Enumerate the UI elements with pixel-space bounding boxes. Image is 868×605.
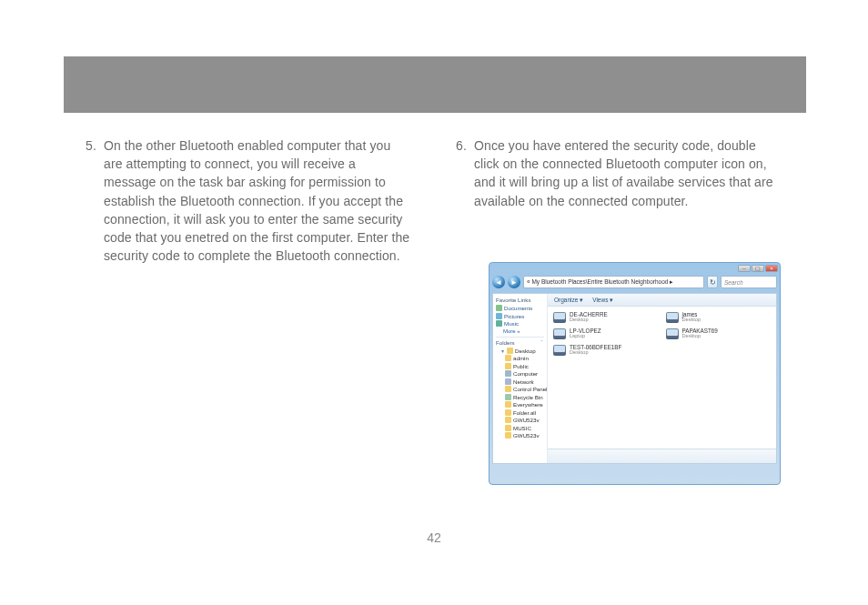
step-5: 5. On the other Bluetooth enabled comput… xyxy=(80,136,410,265)
tree-label: Network xyxy=(513,378,534,385)
device-type: Desktop xyxy=(682,334,718,339)
tree-label: admin xyxy=(513,355,529,361)
favorites-header: Favorite Links xyxy=(496,297,544,303)
maximize-button[interactable]: ▢ xyxy=(752,265,764,272)
folder-icon xyxy=(505,425,511,431)
tree-item[interactable]: Control Panel xyxy=(505,386,544,392)
music-icon xyxy=(496,320,502,327)
refresh-button[interactable]: ↻ xyxy=(707,276,718,288)
tree-item[interactable]: Recycle Bin xyxy=(505,394,544,400)
nav-forward-button[interactable]: ► xyxy=(508,276,520,288)
desktop-icon xyxy=(553,312,566,323)
folder-icon xyxy=(505,409,511,416)
folder-icon xyxy=(505,363,511,369)
tree-label: Recycle Bin xyxy=(513,394,543,400)
folder-icon xyxy=(505,432,511,439)
step-text: On the other Bluetooth enabled computer … xyxy=(104,136,410,265)
tree-item[interactable]: admin xyxy=(505,355,544,361)
desktop-icon xyxy=(553,345,566,356)
close-button[interactable]: × xyxy=(765,265,778,272)
chevron-down-icon: ˅ xyxy=(539,339,544,346)
tree-item[interactable]: GWU523v xyxy=(505,432,544,439)
folder-tree: ▾Desktop admin Public Computer Network C… xyxy=(496,348,544,439)
tree-item[interactable]: MUSIC xyxy=(505,425,544,431)
explorer-window: – ▢ × ◄ ► « My Bluetooth Places\Entire B… xyxy=(489,262,781,485)
step-text: Once you have entered the security code,… xyxy=(474,136,781,210)
favorite-label: Pictures xyxy=(504,313,524,319)
documents-icon xyxy=(496,305,502,311)
device-item[interactable]: DE-ACHERRE Desktop xyxy=(553,312,659,323)
folder-icon xyxy=(505,386,511,392)
device-item[interactable]: PAPAKAST69 Desktop xyxy=(666,328,772,339)
tree-item[interactable]: Folder.all xyxy=(505,409,544,416)
step-number: 5. xyxy=(80,136,104,265)
device-type: Desktop xyxy=(682,318,701,323)
status-bar xyxy=(548,449,776,463)
folders-header[interactable]: Folders ˅ xyxy=(496,337,544,346)
more-link[interactable]: More » xyxy=(503,328,544,334)
device-type: Laptop xyxy=(570,334,601,339)
folder-icon xyxy=(505,401,511,408)
device-grid: DE-ACHERRE Desktop james Desktop LP-VLOP… xyxy=(548,307,776,361)
window-body: Favorite Links Documents Pictures Music … xyxy=(492,293,777,464)
folder-icon xyxy=(507,348,513,354)
right-column: 6. Once you have entered the security co… xyxy=(450,136,781,265)
views-menu[interactable]: Views ▾ xyxy=(590,297,616,304)
tree-item[interactable]: Public xyxy=(505,363,544,369)
expand-icon: ▾ xyxy=(500,348,505,354)
content-columns: 5. On the other Bluetooth enabled comput… xyxy=(80,136,781,265)
organize-menu[interactable]: Organize ▾ xyxy=(551,297,586,304)
minimize-button[interactable]: – xyxy=(738,265,751,272)
tree-label: Control Panel xyxy=(513,386,548,392)
folders-header-label: Folders xyxy=(496,339,515,346)
device-text: LP-VLOPEZ Laptop xyxy=(570,328,601,339)
pictures-icon xyxy=(496,313,502,319)
content-pane: Organize ▾ Views ▾ DE-ACHERRE Desktop ja… xyxy=(548,294,776,463)
address-bar[interactable]: « My Bluetooth Places\Entire Bluetooth N… xyxy=(523,276,704,288)
device-item[interactable]: james Desktop xyxy=(666,312,772,323)
tree-item[interactable]: GWU523v xyxy=(505,417,544,423)
favorite-music[interactable]: Music xyxy=(496,320,544,327)
page-number: 42 xyxy=(0,530,868,545)
tree-label: GWU523v xyxy=(513,432,540,439)
device-text: james Desktop xyxy=(682,312,701,323)
tree-item[interactable]: ▾Desktop xyxy=(500,348,544,354)
folder-icon xyxy=(505,417,511,423)
device-item[interactable]: TEST-06BDFEE1BF Desktop xyxy=(553,345,659,356)
header-bar xyxy=(64,56,806,113)
tree-label: Public xyxy=(513,363,529,369)
window-buttons: – ▢ × xyxy=(737,265,778,272)
desktop-icon xyxy=(666,312,679,323)
tree-label: Computer xyxy=(513,370,538,377)
device-type: Desktop xyxy=(570,318,608,323)
device-type: Desktop xyxy=(570,350,621,356)
folder-icon xyxy=(505,355,511,361)
tree-label: MUSIC xyxy=(513,425,531,431)
device-text: PAPAKAST69 Desktop xyxy=(682,328,718,339)
nav-back-button[interactable]: ◄ xyxy=(492,276,505,288)
tree-label: Desktop xyxy=(515,348,536,354)
desktop-icon xyxy=(666,328,679,339)
sidebar: Favorite Links Documents Pictures Music … xyxy=(493,294,548,463)
device-item[interactable]: LP-VLOPEZ Laptop xyxy=(553,328,659,339)
tree-label: GWU523v xyxy=(513,417,540,423)
tree-item[interactable]: Everywhere xyxy=(505,401,544,408)
favorite-documents[interactable]: Documents xyxy=(496,305,544,311)
recycle-icon xyxy=(505,394,511,400)
device-text: DE-ACHERRE Desktop xyxy=(570,312,608,323)
tree-label: Folder.all xyxy=(513,409,536,416)
favorite-label: Documents xyxy=(504,305,532,311)
tree-label: Everywhere xyxy=(513,401,543,408)
step-number: 6. xyxy=(450,136,474,210)
network-icon xyxy=(505,378,511,385)
tree-item[interactable]: Network xyxy=(505,378,544,385)
favorite-label: Music xyxy=(504,320,519,327)
window-titlebar: – ▢ × xyxy=(490,263,780,274)
computer-icon xyxy=(505,370,511,377)
search-input[interactable]: Search xyxy=(721,276,777,288)
tree-item[interactable]: Computer xyxy=(505,370,544,377)
address-bar-row: ◄ ► « My Bluetooth Places\Entire Bluetoo… xyxy=(492,274,777,290)
favorite-pictures[interactable]: Pictures xyxy=(496,313,544,319)
left-column: 5. On the other Bluetooth enabled comput… xyxy=(80,136,410,265)
device-text: TEST-06BDFEE1BF Desktop xyxy=(570,345,621,356)
